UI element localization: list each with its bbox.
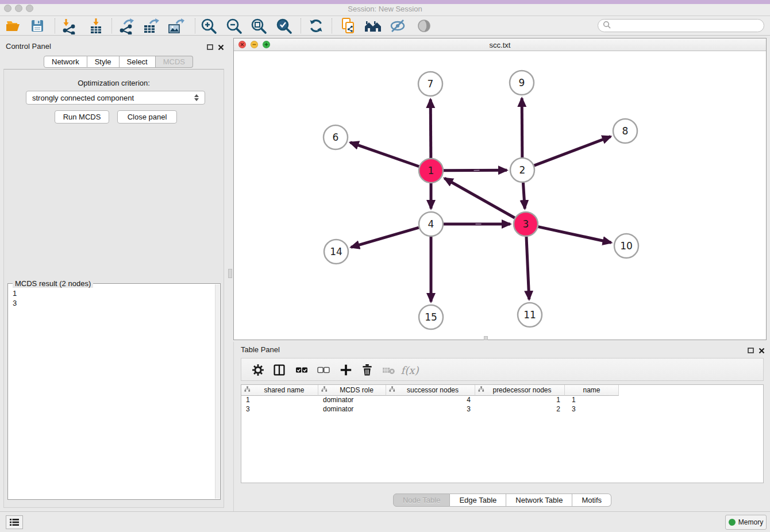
hide-panels-icon[interactable] [388,17,407,34]
node-label-15: 15 [425,311,437,323]
table-panel-tabs: Node TableEdge TableNetwork TableMotifs [234,494,770,507]
cell[interactable]: 2 [475,405,565,414]
network-canvas[interactable]: 7968124314101511 [234,51,766,340]
memory-status-icon [729,519,736,526]
node-label-4: 4 [428,218,434,230]
table-row[interactable]: 3dominator323 [241,405,763,414]
mcds-panel: Optimization criterion: strongly connect… [3,69,224,508]
table-row[interactable]: 1dominator411 [241,396,763,405]
duplicate-network-icon[interactable] [339,17,357,34]
home-icon[interactable] [364,17,382,34]
zoom-out-icon[interactable] [225,17,243,34]
cell[interactable]: 3 [565,405,619,414]
control-panel-title: Control Panel [6,42,51,51]
status-bar: Memory [0,511,770,532]
cell[interactable]: 4 [386,396,475,405]
toolbar-separator [195,18,195,33]
search-input[interactable] [598,19,764,32]
columns-icon[interactable] [271,361,288,379]
select-all-icon[interactable] [293,361,310,379]
run-mcds-button[interactable]: Run MCDS [55,110,109,124]
table-toolbar: f(x) [241,358,764,381]
optimization-criterion-select[interactable]: strongly connected component [26,91,205,105]
selected-option: strongly connected component [32,94,134,102]
column-header-name[interactable]: name [565,385,619,396]
refresh-icon[interactable] [307,17,325,34]
mcds-result-box: MCDS result (2 nodes) 1 3 [7,283,221,500]
control-panel-tabs: NetworkStyleSelectMCDS [44,56,193,68]
table-header-row: shared nameMCDS rolesuccessor nodesprede… [241,385,763,396]
close-panel-button[interactable]: Close panel [117,110,177,124]
cell[interactable]: 3 [241,405,318,414]
edge-3-1[interactable] [445,178,515,218]
main-toolbar [0,16,770,36]
function-builder-icon[interactable]: f(x) [401,361,418,379]
tab-edge-table[interactable]: Edge Table [450,494,506,507]
zoom-in-icon[interactable] [199,17,218,34]
open-session-icon[interactable] [4,17,22,34]
column-header-shared-name[interactable]: shared name [241,385,318,396]
memory-button[interactable]: Memory [725,515,767,530]
tab-network[interactable]: Network [44,56,87,68]
edge-2-3[interactable] [523,183,525,209]
column-header-MCDS-role[interactable]: MCDS role [318,385,386,396]
network-window-titlebar[interactable]: scc.txt [234,38,766,51]
delete-table-icon[interactable] [380,361,397,379]
cell[interactable]: 1 [475,396,565,405]
export-image-icon[interactable] [167,17,185,34]
tab-motifs[interactable]: Motifs [572,494,611,507]
window-title: Session: New Session [0,5,770,13]
cell[interactable]: 1 [241,396,318,405]
close-icon[interactable] [759,346,765,356]
edge-2-8[interactable] [534,137,611,166]
network-view-window: scc.txt 7968124314101511 [233,38,767,340]
task-history-button[interactable] [6,515,23,529]
result-scrollbar[interactable] [215,284,220,499]
window-titlebar: Session: New Session [0,0,770,16]
cell[interactable]: 1 [565,396,619,405]
search-icon [603,21,611,31]
cell[interactable]: dominator [318,405,386,414]
gear-icon[interactable] [249,361,267,379]
add-column-icon[interactable] [337,361,355,379]
titlebar-accent [0,0,770,4]
zoom-selected-icon[interactable] [275,17,293,34]
mcds-result-text[interactable]: 1 3 [9,286,215,498]
save-session-icon[interactable] [28,17,47,34]
edge-3-10[interactable] [538,227,611,243]
export-table-icon[interactable] [141,17,160,34]
edge-1-7[interactable] [430,99,431,158]
import-network-icon[interactable] [60,17,78,34]
node-label-8: 8 [622,125,629,137]
column-header-successor-nodes[interactable]: successor nodes [386,385,475,396]
cell[interactable]: dominator [318,396,386,405]
edge-4-14[interactable] [351,228,419,247]
zoom-fit-icon[interactable] [249,17,268,34]
cell[interactable]: 3 [386,405,475,414]
import-table-icon[interactable] [87,17,105,34]
tab-node-table[interactable]: Node Table [393,494,451,507]
deselect-all-icon[interactable] [315,361,332,379]
node-label-14: 14 [330,246,342,257]
edge-3-11[interactable] [526,237,529,299]
float-icon[interactable] [748,346,754,356]
edge-1-6[interactable] [350,142,419,167]
optimization-criterion-label: Optimization criterion: [4,79,224,87]
canvas-scroll-handle[interactable] [484,336,488,340]
delete-icon[interactable] [359,361,376,379]
select-stepper-icon [194,94,199,101]
appearance-icon[interactable] [415,17,433,34]
splitter-handle[interactable] [228,269,232,278]
tab-style[interactable]: Style [87,56,120,68]
tab-mcds[interactable]: MCDS [156,56,193,68]
float-icon[interactable] [207,43,213,53]
tab-network-table[interactable]: Network Table [506,494,572,507]
column-header-predecessor-nodes[interactable]: predecessor nodes [475,385,565,396]
export-network-icon[interactable] [117,17,135,34]
tab-select[interactable]: Select [120,56,156,68]
hierarchy-icon [318,386,328,394]
node-table: shared nameMCDS rolesuccessor nodesprede… [241,384,764,483]
edge-2-9[interactable] [522,98,522,157]
memory-label: Memory [738,518,763,526]
close-icon[interactable] [218,43,224,53]
